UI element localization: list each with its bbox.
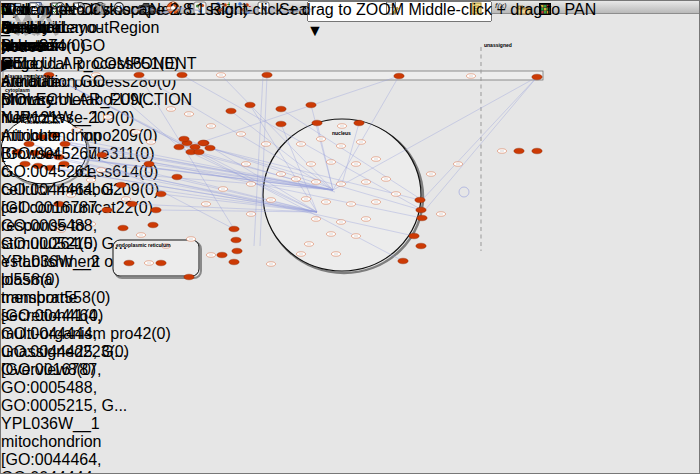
selected-node[interactable] xyxy=(398,258,408,264)
selected-node[interactable] xyxy=(232,248,242,254)
edge[interactable] xyxy=(422,77,537,200)
selected-node[interactable] xyxy=(532,148,542,154)
selected-node[interactable] xyxy=(198,140,208,146)
table-row[interactable]: YPL036W__1mitochondrion[GO:0044464, GO:0… xyxy=(1,415,163,474)
selected-node[interactable] xyxy=(276,106,286,112)
selected-node[interactable] xyxy=(229,259,239,265)
selected-node[interactable] xyxy=(226,108,236,114)
table-cell[interactable]: [GO:0044464, GO:0044444, GO:0044425, G..… xyxy=(1,307,163,361)
table-cell[interactable]: YPL036W__2 xyxy=(1,253,60,271)
pan-hint: Middle-click + drag to PAN xyxy=(408,1,596,18)
selected-node[interactable] xyxy=(194,149,204,155)
table-cell[interactable]: YPL036W__1 xyxy=(1,415,60,433)
nucleus-label: nucleus xyxy=(332,130,351,136)
selected-node[interactable] xyxy=(409,233,419,239)
table-cell[interactable]: mitochondrion xyxy=(1,433,88,451)
selected-node[interactable] xyxy=(245,102,255,108)
unassigned-label: unassigned xyxy=(484,42,512,48)
selected-node[interactable] xyxy=(177,72,187,78)
selected-node[interactable] xyxy=(416,243,426,249)
welcome-message: Welcome to Cytoscape 2.8.1 xyxy=(1,1,205,18)
selected-node[interactable] xyxy=(354,120,364,126)
selected-node[interactable] xyxy=(276,121,286,127)
selected-node[interactable] xyxy=(172,174,182,180)
table-cell[interactable]: [GO:0044464, GO:0044444, GO:0044425, G..… xyxy=(1,451,163,474)
attribute-table-rows: YJR121W__1mitochondrion[GO:0045267, GO:0… xyxy=(1,109,163,474)
selected-node[interactable] xyxy=(532,74,542,80)
selected-node[interactable] xyxy=(262,72,272,78)
cytoscape-window: Cytoscape Desktop (New Session) 1:1 xyxy=(0,0,700,474)
self-loop-edge xyxy=(459,187,469,197)
selected-node[interactable] xyxy=(229,226,239,232)
selected-node[interactable] xyxy=(205,145,215,151)
selected-node[interactable] xyxy=(179,136,189,142)
selected-node[interactable] xyxy=(416,207,426,213)
table-cell[interactable]: [GO:0016787, GO:0005488, GO:0005215, G..… xyxy=(1,361,161,415)
table-cell[interactable]: plasma membrane xyxy=(1,271,88,307)
selected-node[interactable] xyxy=(415,197,425,203)
selected-node[interactable] xyxy=(231,237,241,243)
selected-node[interactable] xyxy=(417,215,427,221)
tab-network-attribute-browser[interactable]: Network Attribute Browser xyxy=(1,109,61,163)
tab-edge-attribute-browser[interactable]: Edge Attribute Browser xyxy=(1,55,61,109)
selected-node[interactable] xyxy=(312,120,322,126)
zoom-hint: Right-click + drag to ZOOM xyxy=(210,1,404,18)
selected-node[interactable] xyxy=(217,252,227,258)
selected-node[interactable] xyxy=(394,73,404,79)
selected-node[interactable] xyxy=(514,148,524,154)
selected-node[interactable] xyxy=(306,102,316,108)
selected-node[interactable] xyxy=(184,274,194,280)
status-bar: Welcome to Cytoscape 2.8.1 Right-click +… xyxy=(1,1,596,19)
table-cell[interactable]: [GO:0016787, GO:0005488, GO:0005215, G..… xyxy=(1,199,161,253)
attribute-browser-tabs: Node Attribute BrowserEdge Attribute Bro… xyxy=(1,1,61,163)
table-row[interactable]: YPL036W__2plasma membrane[GO:0044464, GO… xyxy=(1,253,163,415)
